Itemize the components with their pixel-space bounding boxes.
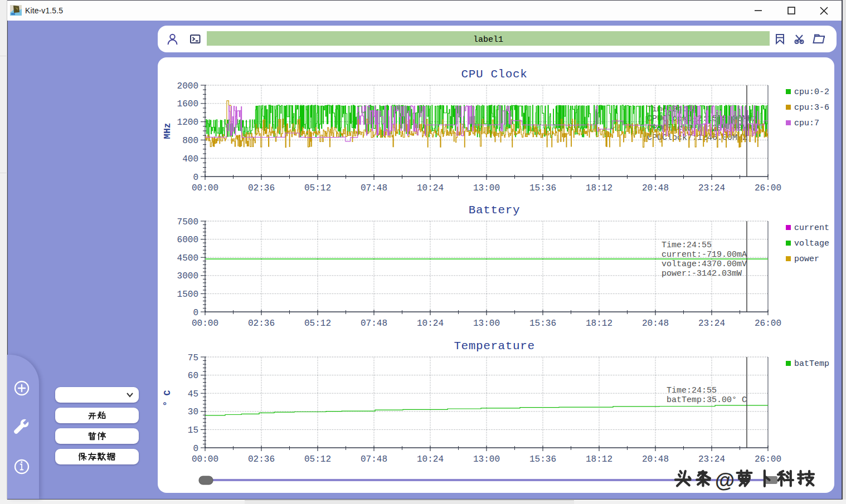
svg-text:00:00: 00:00 bbox=[192, 183, 218, 193]
svg-text:power: power bbox=[794, 255, 819, 264]
svg-text:20:48: 20:48 bbox=[642, 183, 669, 193]
svg-text:1500: 1500 bbox=[177, 290, 198, 300]
svg-text:Time:24:55: Time:24:55 bbox=[667, 386, 717, 395]
svg-text:13:00: 13:00 bbox=[473, 183, 500, 193]
svg-text:18:12: 18:12 bbox=[586, 454, 612, 464]
svg-text:07:48: 07:48 bbox=[361, 183, 387, 193]
svg-text:3000: 3000 bbox=[177, 271, 198, 281]
svg-text:02:36: 02:36 bbox=[248, 319, 275, 329]
svg-text:° C: ° C bbox=[163, 390, 173, 406]
svg-text:26:00: 26:00 bbox=[755, 319, 781, 329]
svg-text:Time:24:55: Time:24:55 bbox=[662, 241, 712, 250]
svg-text:15:36: 15:36 bbox=[529, 319, 556, 329]
svg-text:13:00: 13:00 bbox=[473, 319, 500, 329]
svg-text:power:-3142.03mW: power:-3142.03mW bbox=[662, 269, 742, 278]
svg-text:cpu:7: cpu:7 bbox=[794, 119, 819, 128]
svg-text:voltage: voltage bbox=[794, 239, 829, 248]
svg-text:45: 45 bbox=[188, 389, 198, 399]
svg-text:26:00: 26:00 bbox=[755, 454, 781, 464]
svg-text:voltage:4370.00mV: voltage:4370.00mV bbox=[662, 260, 747, 269]
svg-text:26:00: 26:00 bbox=[755, 183, 781, 193]
svg-text:05:12: 05:12 bbox=[304, 183, 331, 193]
svg-text:07:48: 07:48 bbox=[361, 454, 387, 464]
svg-text:@: @ bbox=[715, 469, 735, 492]
svg-text:60: 60 bbox=[188, 371, 198, 381]
svg-text:23:24: 23:24 bbox=[698, 183, 725, 193]
svg-text:batTemp: batTemp bbox=[794, 359, 829, 369]
svg-text:0: 0 bbox=[193, 444, 198, 454]
svg-text:07:48: 07:48 bbox=[361, 319, 387, 329]
svg-text:05:12: 05:12 bbox=[304, 319, 331, 329]
svg-text:30: 30 bbox=[188, 407, 198, 417]
svg-text:4500: 4500 bbox=[177, 253, 198, 263]
svg-text:10:24: 10:24 bbox=[417, 454, 444, 464]
svg-text:batTemp:35.00° C: batTemp:35.00° C bbox=[667, 395, 747, 405]
svg-text:02:36: 02:36 bbox=[248, 454, 275, 464]
svg-text:20:48: 20:48 bbox=[642, 319, 669, 329]
svg-text:18:12: 18:12 bbox=[586, 319, 612, 329]
svg-text:Battery: Battery bbox=[469, 204, 520, 217]
svg-text:current:-719.00mA: current:-719.00mA bbox=[662, 250, 747, 260]
svg-text:10:24: 10:24 bbox=[417, 319, 444, 329]
svg-text:00:00: 00:00 bbox=[192, 319, 218, 329]
svg-text:75: 75 bbox=[188, 353, 198, 363]
svg-text:CPU Clock: CPU Clock bbox=[461, 68, 528, 81]
svg-text:1600: 1600 bbox=[177, 99, 198, 109]
svg-text:05:12: 05:12 bbox=[304, 454, 331, 464]
svg-text:00:00: 00:00 bbox=[192, 454, 218, 464]
svg-text:cpu:0-2: cpu:0-2 bbox=[794, 87, 829, 97]
svg-text:cpu:3-6: cpu:3-6 bbox=[794, 103, 829, 112]
svg-text:6000: 6000 bbox=[177, 235, 198, 245]
svg-text:23:24: 23:24 bbox=[698, 319, 725, 329]
svg-text:0: 0 bbox=[193, 308, 198, 318]
svg-text:15:36: 15:36 bbox=[529, 454, 556, 464]
svg-text:Temperature: Temperature bbox=[454, 340, 534, 353]
svg-text:0: 0 bbox=[193, 173, 198, 183]
svg-text:23:24: 23:24 bbox=[698, 454, 725, 464]
svg-text:current: current bbox=[794, 223, 829, 233]
svg-text:18:12: 18:12 bbox=[586, 183, 612, 193]
svg-text:02:36: 02:36 bbox=[248, 183, 275, 193]
svg-text:13:00: 13:00 bbox=[473, 454, 500, 464]
svg-text:800: 800 bbox=[182, 136, 198, 146]
svg-text:15: 15 bbox=[188, 425, 198, 436]
svg-text:2000: 2000 bbox=[177, 81, 198, 91]
svg-text:15:36: 15:36 bbox=[529, 183, 556, 193]
svg-text:1200: 1200 bbox=[177, 118, 198, 128]
svg-text:10:24: 10:24 bbox=[417, 183, 444, 193]
svg-text:20:48: 20:48 bbox=[642, 454, 669, 464]
svg-text:7500: 7500 bbox=[177, 217, 198, 227]
svg-text:400: 400 bbox=[182, 154, 198, 164]
svg-text:MHz: MHz bbox=[163, 123, 173, 139]
